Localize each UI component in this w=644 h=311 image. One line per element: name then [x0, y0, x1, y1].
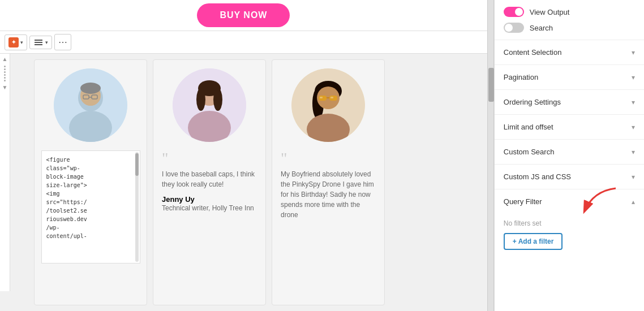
chevron-down-icon2: ▾ [45, 40, 48, 45]
svg-point-12 [196, 88, 205, 111]
toggle-section: View Output Search [495, 0, 644, 40]
toolset-icon: ✦ [8, 37, 19, 47]
svg-rect-19 [319, 96, 327, 101]
ordering-title: Ordering Settings [504, 98, 561, 106]
hamburger-icon [33, 38, 44, 46]
custom-search-title: Custom Search [504, 148, 555, 156]
chevron-icon-0: ▾ [632, 49, 635, 57]
chevron-icon-3: ▾ [632, 123, 635, 131]
nav-down-button[interactable]: ▼ [2, 85, 8, 90]
main-content: <figure class="wp- block-image size-larg… [28, 54, 487, 311]
custom-js-css-title: Custom JS and CSS [504, 172, 571, 181]
side-nav: ▲ ▼ [0, 54, 10, 291]
vertical-scrollbar[interactable] [487, 0, 494, 311]
accordion-custom-js-css: Custom JS and CSS ▾ [495, 165, 644, 189]
drag-handle[interactable] [4, 66, 6, 81]
code-display: <figure class="wp- block-image size-larg… [41, 150, 140, 264]
svg-point-8 [80, 83, 101, 94]
svg-rect-22 [320, 97, 323, 98]
avatar-image-1 [54, 68, 127, 142]
quote-mark-2: " [162, 150, 168, 166]
toolbar: ✦ ▾ ▾ ⋯ [0, 31, 487, 54]
avatar-image-2 [173, 68, 246, 142]
accordion-query-filter-header[interactable]: Query Filter ▴ [495, 189, 644, 214]
avatar-2 [173, 68, 246, 142]
avatar-1 [54, 68, 127, 142]
search-toggle[interactable] [504, 23, 524, 33]
person-title-jenny: Technical writer, Holly Tree Inn [162, 204, 254, 213]
quote-text-drone: My Boyfriend absolutely loved the PinkyS… [281, 169, 376, 220]
accordion-query-filter: Query Filter ▴ No filters set + Add a fi… [495, 189, 644, 259]
no-filters-label: No filters set [504, 219, 635, 227]
accordion-custom-search: Custom Search ▾ [495, 140, 644, 165]
accordion-limit-offset: Limit and offset ▾ [495, 115, 644, 140]
right-panel: View Output Search Content Selection ▾ P… [494, 0, 644, 311]
accordion-ordering: Ordering Settings ▾ [495, 90, 644, 115]
query-filter-title: Query Filter [504, 197, 542, 206]
avatar-image-3 [291, 68, 365, 142]
content-selection-title: Content Selection [504, 48, 562, 57]
chevron-icon-1: ▾ [632, 74, 635, 81]
limit-offset-title: Limit and offset [504, 123, 553, 131]
card-code: <figure class="wp- block-image size-larg… [34, 59, 147, 305]
left-panel: BUY NOW ✦ ▾ ▾ ⋯ ▲ ▼ [0, 0, 487, 311]
accordion-content-selection-header[interactable]: Content Selection ▾ [495, 40, 644, 64]
accordion-custom-search-header[interactable]: Custom Search ▾ [495, 140, 644, 164]
accordion-custom-js-css-header[interactable]: Custom JS and CSS ▾ [495, 165, 644, 189]
accordion-limit-offset-header[interactable]: Limit and offset ▾ [495, 115, 644, 139]
card-jenny: " I love the baseball caps, I think they… [153, 59, 266, 305]
more-options-button[interactable]: ⋯ [54, 34, 71, 50]
query-filter-body: No filters set + Add a filter [495, 214, 644, 259]
search-label: Search [530, 24, 553, 32]
chevron-down-icon: ▾ [20, 40, 23, 45]
svg-point-13 [213, 88, 222, 111]
scrollbar-thumb [135, 153, 139, 176]
view-output-toggle[interactable] [504, 7, 524, 17]
chevron-up-icon-6: ▴ [632, 198, 635, 206]
view-output-row: View Output [504, 7, 635, 17]
buy-now-button[interactable]: BUY NOW [197, 3, 290, 27]
accordion-pagination: Pagination ▾ [495, 65, 644, 90]
svg-rect-20 [329, 96, 337, 101]
pagination-title: Pagination [504, 73, 538, 81]
layout-button[interactable]: ▾ [29, 36, 52, 49]
top-bar: BUY NOW [0, 0, 487, 31]
avatar-3 [291, 68, 365, 142]
code-scrollbar[interactable] [135, 152, 139, 262]
chevron-icon-4: ▾ [632, 148, 635, 156]
chevron-icon-5: ▾ [632, 173, 635, 181]
search-row: Search [504, 23, 635, 33]
nav-up-button[interactable]: ▲ [2, 57, 8, 62]
accordion-content-selection: Content Selection ▾ [495, 40, 644, 65]
add-filter-button[interactable]: + Add a filter [504, 233, 563, 250]
card-drone: " My Boyfriend absolutely loved the Pink… [272, 59, 385, 305]
accordion-ordering-header[interactable]: Ordering Settings ▾ [495, 90, 644, 114]
scrollbar-thumb-main [488, 68, 494, 102]
accordion-pagination-header[interactable]: Pagination ▾ [495, 65, 644, 89]
quote-text-jenny: I love the baseball caps, I think they l… [162, 169, 257, 189]
quote-mark-3: " [281, 150, 287, 166]
chevron-icon-2: ▾ [632, 98, 635, 106]
view-output-label: View Output [530, 8, 570, 16]
code-text: <figure class="wp- block-image size-larg… [46, 156, 135, 240]
svg-rect-23 [330, 97, 333, 98]
person-name-jenny: Jenny Uy [162, 195, 195, 204]
toolset-icon-button[interactable]: ✦ ▾ [5, 34, 27, 50]
